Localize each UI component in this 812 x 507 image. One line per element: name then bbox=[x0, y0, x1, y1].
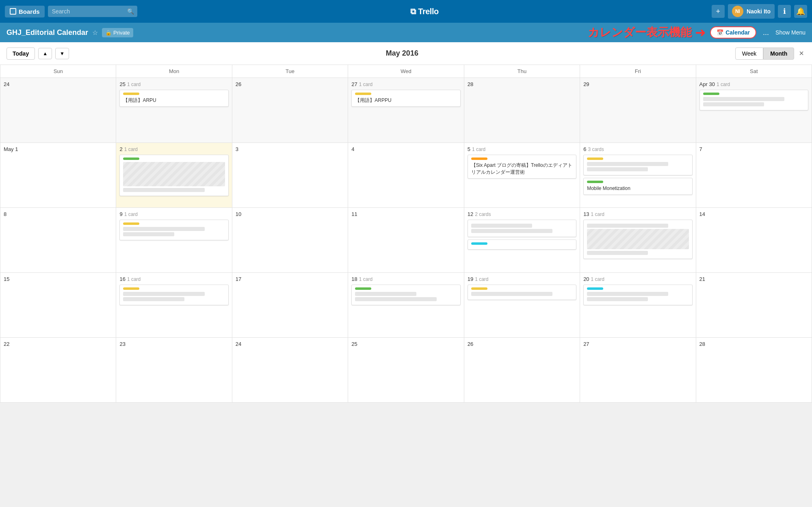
day-num-may17: 17 bbox=[236, 276, 344, 282]
label-yellow-may9 bbox=[123, 222, 139, 225]
day-num-may7: 7 bbox=[699, 146, 808, 152]
day-num-may27: 27 bbox=[583, 341, 692, 347]
day-may-25[interactable]: 25 bbox=[348, 338, 464, 403]
label-orange-may5 bbox=[471, 157, 487, 160]
day-apr-24[interactable]: 24 bbox=[0, 78, 116, 143]
day-num-may26: 26 bbox=[468, 341, 576, 347]
day-may-14[interactable]: 14 bbox=[696, 208, 812, 273]
card-may2[interactable] bbox=[119, 155, 228, 196]
calendar-button[interactable]: 📅 Calendar bbox=[710, 26, 756, 39]
day-apr-30[interactable]: Apr 30 1 card bbox=[696, 78, 812, 143]
card-may12-2[interactable] bbox=[468, 239, 576, 250]
boards-button[interactable]: Boards bbox=[5, 6, 45, 17]
day-may-5[interactable]: 5 1 card 【Six Apart ブログの寄稿】Trelloのエディアトリ… bbox=[464, 143, 580, 208]
card-arppu[interactable]: 【用語】ARPPU bbox=[351, 90, 460, 107]
card-may6-1[interactable] bbox=[583, 155, 692, 175]
card-apr30[interactable] bbox=[699, 90, 808, 110]
day-header-tue: Tue bbox=[232, 65, 348, 78]
info-button[interactable]: ℹ bbox=[778, 5, 791, 18]
day-may-24[interactable]: 24 bbox=[232, 338, 348, 403]
navbar-right: + NI Naoki Ito ℹ 🔔 bbox=[712, 4, 807, 19]
search-input[interactable] bbox=[48, 6, 137, 17]
day-apr-26[interactable]: 26 bbox=[232, 78, 348, 143]
day-may-15[interactable]: 15 bbox=[0, 273, 116, 338]
logo-text: Trello bbox=[418, 7, 438, 16]
day-may-7[interactable]: 7 bbox=[696, 143, 812, 208]
card-text-arppu: 【用語】ARPPU bbox=[355, 97, 457, 104]
day-may-1[interactable]: May 1 bbox=[0, 143, 116, 208]
board-title[interactable]: GHJ_Editorial Calendar bbox=[6, 28, 88, 37]
day-apr-28[interactable]: 28 bbox=[464, 78, 580, 143]
close-button[interactable]: × bbox=[797, 47, 806, 60]
blurred-may20-1 bbox=[587, 292, 668, 296]
day-may-16[interactable]: 16 1 card bbox=[116, 273, 232, 338]
day-may-27[interactable]: 27 bbox=[580, 338, 696, 403]
notifications-button[interactable]: 🔔 bbox=[794, 5, 807, 18]
navbar: Boards 🔍 ⧉ Trello + NI Naoki Ito ℹ 🔔 bbox=[0, 0, 812, 23]
label-yellow-may6 bbox=[587, 157, 603, 160]
day-may-22[interactable]: 22 bbox=[0, 338, 116, 403]
card-may9[interactable] bbox=[119, 220, 228, 240]
day-may-12[interactable]: 12 2 cards bbox=[464, 208, 580, 273]
day-may-11[interactable]: 11 bbox=[348, 208, 464, 273]
day-may-10[interactable]: 10 bbox=[232, 208, 348, 273]
card-may20[interactable] bbox=[583, 285, 692, 305]
card-may13[interactable] bbox=[583, 220, 692, 259]
day-num-27: 27 1 card bbox=[351, 81, 460, 87]
blurred-may6-1 bbox=[587, 162, 668, 166]
today-button[interactable]: Today bbox=[6, 47, 35, 60]
day-apr-25[interactable]: 25 1 card 【用語】ARPU bbox=[116, 78, 232, 143]
day-may-23[interactable]: 23 bbox=[116, 338, 232, 403]
week-view-button[interactable]: Week bbox=[735, 47, 764, 60]
card-may19[interactable] bbox=[468, 285, 576, 300]
blurred-may13-2 bbox=[587, 251, 648, 255]
day-may-3[interactable]: 3 bbox=[232, 143, 348, 208]
prev-button[interactable]: ▲ bbox=[38, 48, 52, 59]
day-may-28[interactable]: 28 bbox=[696, 338, 812, 403]
day-may-2[interactable]: 2 1 card bbox=[116, 143, 232, 208]
blurred-may19-1 bbox=[471, 292, 552, 296]
card-may18[interactable] bbox=[351, 285, 460, 305]
day-may-26[interactable]: 26 bbox=[464, 338, 580, 403]
day-may-6[interactable]: 6 3 cards Mobile Monetization bbox=[580, 143, 696, 208]
calendar-grid: Sun Mon Tue Wed Thu Fri Sat 24 25 1 card… bbox=[0, 65, 812, 403]
label-cyan-may20 bbox=[587, 287, 603, 290]
arrow-icon: ➜ bbox=[695, 25, 706, 40]
month-view-button[interactable]: Month bbox=[763, 47, 794, 60]
user-menu[interactable]: NI Naoki Ito bbox=[728, 4, 775, 19]
card-may12-1[interactable] bbox=[468, 220, 576, 237]
add-button[interactable]: + bbox=[712, 5, 725, 18]
day-may-17[interactable]: 17 bbox=[232, 273, 348, 338]
card-may5[interactable]: 【Six Apart ブログの寄稿】Trelloのエディアトリアルカレンダー運営… bbox=[468, 155, 576, 179]
day-may-8[interactable]: 8 bbox=[0, 208, 116, 273]
card-arpu[interactable]: 【用語】ARPU bbox=[119, 90, 228, 107]
day-num-may3: 3 bbox=[236, 146, 344, 152]
day-may-9[interactable]: 9 1 card bbox=[116, 208, 232, 273]
annotation-text: カレンダー表示機能 bbox=[588, 25, 692, 40]
day-num-may5: 5 1 card bbox=[468, 146, 576, 152]
day-may-21[interactable]: 21 bbox=[696, 273, 812, 338]
blurred-may18-1 bbox=[355, 292, 416, 296]
day-may-4[interactable]: 4 bbox=[348, 143, 464, 208]
blurred-2 bbox=[703, 102, 764, 106]
calendar-container: Today ▲ ▼ May 2016 Week Month × Sun Mon … bbox=[0, 42, 812, 403]
day-num-apr30: Apr 30 1 card bbox=[699, 81, 808, 87]
label-yellow-may16 bbox=[123, 287, 139, 290]
show-menu-button[interactable]: Show Menu bbox=[775, 29, 806, 36]
blurred-may16-2 bbox=[123, 297, 184, 301]
card-may6-2[interactable]: Mobile Monetization bbox=[583, 178, 692, 195]
day-may-19[interactable]: 19 1 card bbox=[464, 273, 580, 338]
user-name: Naoki Ito bbox=[747, 8, 771, 15]
next-button[interactable]: ▼ bbox=[55, 48, 69, 59]
more-options-button[interactable]: ... bbox=[760, 28, 771, 37]
card-may16[interactable] bbox=[119, 285, 228, 305]
day-may-20[interactable]: 20 1 card bbox=[580, 273, 696, 338]
day-may-18[interactable]: 18 1 card bbox=[348, 273, 464, 338]
day-apr-27[interactable]: 27 1 card 【用語】ARPPU bbox=[348, 78, 464, 143]
day-apr-29[interactable]: 29 bbox=[580, 78, 696, 143]
day-num-may23: 23 bbox=[119, 341, 228, 347]
privacy-button[interactable]: 🔒 Private bbox=[102, 28, 133, 37]
star-icon[interactable]: ☆ bbox=[92, 29, 98, 37]
day-num-may15: 15 bbox=[4, 276, 113, 282]
day-may-13[interactable]: 13 1 card bbox=[580, 208, 696, 273]
